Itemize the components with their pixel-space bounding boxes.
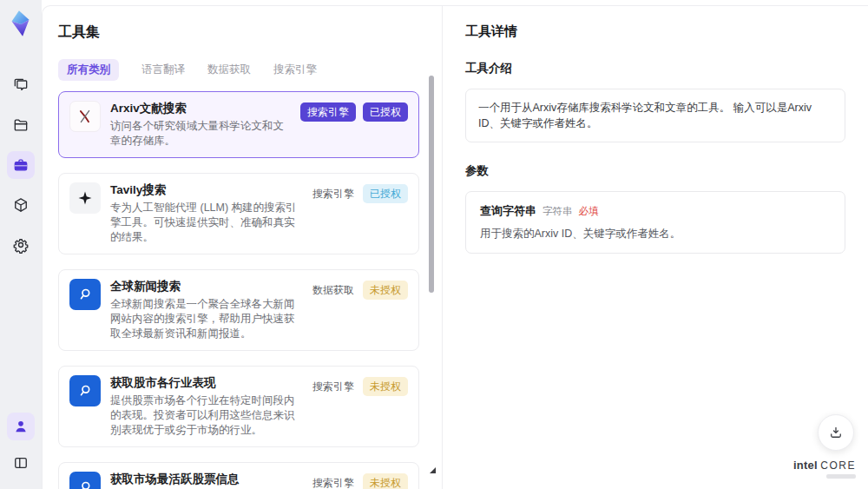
tab-search-engine[interactable]: 搜索引擎 [273, 59, 317, 81]
left-rail [0, 0, 42, 489]
detail-title: 工具详情 [465, 23, 845, 40]
category-tabs: 所有类别 语言翻译 数据获取 搜索引擎 [58, 59, 419, 81]
param-required-badge: 必填 [579, 205, 599, 218]
tab-all-categories[interactable]: 所有类别 [58, 59, 119, 81]
category-badge: 搜索引擎 [300, 102, 356, 122]
tool-name: 获取市场最活跃股票信息 [110, 472, 301, 487]
tool-description: 访问各个研究领域大量科学论文和文章的存储库。 [110, 119, 291, 149]
gear-icon[interactable] [7, 231, 35, 259]
brand-subbar [826, 474, 856, 479]
category-badge: 搜索引擎 [311, 473, 356, 489]
tab-data-fetch[interactable]: 数据获取 [207, 59, 251, 81]
tool-description: 专为人工智能代理 (LLM) 构建的搜索引擎工具。可快速提供实时、准确和真实的结… [110, 201, 301, 245]
auth-badge: 未授权 [363, 377, 408, 396]
tool-name: Arxiv文献搜索 [110, 101, 291, 116]
params-heading: 参数 [465, 163, 845, 179]
auth-badge: 未授权 [363, 473, 408, 489]
parameter-card: 查询字符串 字符串 必填 用于搜索的Arxiv ID、关键字或作者姓名。 [465, 191, 845, 254]
download-button[interactable] [818, 414, 854, 451]
auth-badge: 已授权 [363, 102, 408, 122]
param-type: 字符串 [542, 205, 573, 218]
toolbox-icon[interactable] [7, 151, 35, 179]
category-badge: 搜索引擎 [311, 377, 356, 396]
tool-description: 提供股票市场各个行业在特定时间段内的表现。投资者可以利用这些信息来识别表现优于或… [110, 393, 301, 438]
list-scrollbar[interactable] [429, 76, 434, 465]
tool-name: 获取股市各行业表现 [110, 375, 301, 391]
category-badge: 数据获取 [311, 281, 356, 300]
auth-badge: 未授权 [363, 281, 408, 300]
tool-detail-pane: 工具详情 工具介绍 一个用于从Arxiv存储库搜索科学论文和文章的工具。 输入可… [442, 6, 868, 489]
auth-badge: 已授权 [363, 184, 408, 203]
blue-search-icon [69, 279, 101, 310]
tool-intro-text: 一个用于从Arxiv存储库搜索科学论文和文章的工具。 输入可以是Arxiv ID… [465, 89, 845, 142]
tool-card-most-active-stocks[interactable]: 获取市场最活跃股票信息 提供当天交易量最高的股票列表。投资者可以利用这些信息来识… [58, 462, 419, 489]
param-description: 用于搜索的Arxiv ID、关键字或作者姓名。 [480, 227, 831, 241]
chat-icon[interactable] [7, 71, 35, 99]
scroll-end-indicator [430, 467, 436, 473]
tool-name: 全球新闻搜索 [110, 279, 301, 294]
tool-list: Arxiv文献搜索 访问各个研究领域大量科学论文和文章的存储库。 搜索引擎 已授… [58, 91, 419, 489]
toolset-pane: 工具集 所有类别 语言翻译 数据获取 搜索引擎 Arxiv文献搜索 访问各个研究… [43, 6, 442, 489]
scrollbar-thumb[interactable] [429, 76, 434, 293]
rail-nav [7, 71, 35, 259]
user-icon[interactable] [7, 413, 35, 440]
arxiv-logo-icon [69, 101, 101, 132]
blue-search-icon [69, 375, 101, 406]
intel-core-logo: intel core [793, 459, 856, 479]
tool-card-global-news[interactable]: 全球新闻搜索 全球新闻搜索是一个聚合全球各大新闻网站内容的搜索引擎，帮助用户快速… [58, 269, 419, 351]
tab-language-translation[interactable]: 语言翻译 [141, 59, 185, 81]
tavily-star-icon [69, 182, 101, 214]
page-title: 工具集 [58, 23, 419, 42]
brand-intel: intel [793, 459, 818, 472]
param-name: 查询字符串 [480, 203, 536, 219]
tool-card-sector-performance[interactable]: 获取股市各行业表现 提供股票市场各个行业在特定时间段内的表现。投资者可以利用这些… [58, 366, 419, 447]
rail-bottom [7, 413, 35, 477]
folder-icon[interactable] [7, 111, 35, 139]
panel-icon[interactable] [7, 449, 35, 477]
blue-search-icon [69, 472, 101, 489]
tool-name: Tavily搜索 [110, 182, 301, 198]
main-panel: 工具集 所有类别 语言翻译 数据获取 搜索引擎 Arxiv文献搜索 访问各个研究… [42, 5, 868, 489]
download-icon [828, 425, 844, 440]
app-logo[interactable] [7, 9, 35, 38]
category-badge: 搜索引擎 [311, 184, 356, 203]
tool-card-tavily[interactable]: Tavily搜索 专为人工智能代理 (LLM) 构建的搜索引擎工具。可快速提供实… [58, 173, 419, 254]
tool-description: 全球新闻搜索是一个聚合全球各大新闻网站内容的搜索引擎，帮助用户快速获取全球最新资… [110, 297, 301, 341]
tool-card-arxiv[interactable]: Arxiv文献搜索 访问各个研究领域大量科学论文和文章的存储库。 搜索引擎 已授… [58, 91, 419, 158]
intro-heading: 工具介绍 [465, 61, 845, 76]
brand-core: core [820, 459, 856, 472]
cube-icon[interactable] [7, 191, 35, 219]
